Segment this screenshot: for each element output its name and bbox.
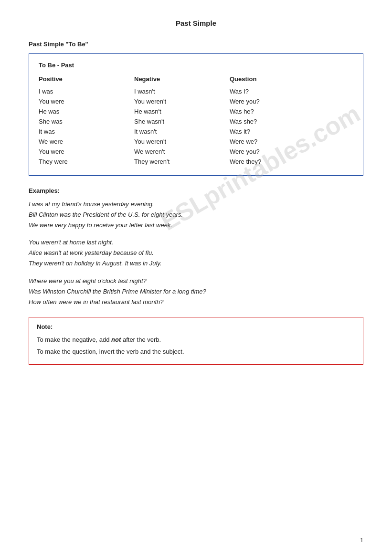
- box-title: To Be - Past: [39, 62, 353, 69]
- row7-question: Were you?: [230, 147, 325, 156]
- example-2-3: They weren't on holiday in August. It wa…: [29, 258, 363, 269]
- col-positive: Positive: [39, 75, 134, 83]
- row6-question: Were we?: [230, 137, 325, 146]
- note-box: Note: To make the negative, add not afte…: [29, 317, 363, 365]
- row5-positive: It was: [39, 127, 134, 136]
- row4-question: Was she?: [230, 117, 325, 126]
- examples-title: Examples:: [29, 187, 363, 194]
- note-line2: To make the question, invert the verb an…: [37, 346, 355, 358]
- row5-negative: It wasn't: [134, 127, 230, 136]
- example-1-3: We were very happy to receive your lette…: [29, 220, 363, 231]
- row3-positive: He was: [39, 107, 134, 116]
- row7-positive: You were: [39, 147, 134, 156]
- note-line1-prefix: To make the negative, add: [37, 336, 111, 343]
- row6-positive: We were: [39, 137, 134, 146]
- row2-negative: You weren't: [134, 97, 230, 105]
- note-title: Note:: [37, 323, 355, 330]
- col-question: Question: [230, 75, 325, 83]
- note-line1-bold: not: [111, 336, 121, 343]
- row7-negative: We weren't: [134, 147, 230, 156]
- row3-question: Was he?: [230, 107, 325, 116]
- row5-question: Was it?: [230, 127, 325, 136]
- row1-question: Was I?: [230, 87, 325, 95]
- page-number: 1: [360, 537, 363, 544]
- to-be-box: To Be - Past Positive Negative Question …: [29, 53, 363, 176]
- row8-question: Were they?: [230, 158, 325, 166]
- section1-title: Past Simple "To Be": [29, 41, 363, 48]
- row2-positive: You were: [39, 97, 134, 105]
- examples-group-2: You weren't at home last night. Alice wa…: [29, 237, 363, 269]
- page: ESLprintables.com Past Simple Past Simpl…: [0, 0, 392, 558]
- page-title: Past Simple: [29, 19, 363, 27]
- example-2-1: You weren't at home last night.: [29, 237, 363, 248]
- col-negative: Negative: [134, 75, 230, 83]
- row6-negative: You weren't: [134, 137, 230, 146]
- columns-header: Positive Negative Question: [39, 75, 353, 83]
- example-3-1: Where were you at eight o'clock last nig…: [29, 276, 363, 286]
- example-3-3: How often were we in that restaurant las…: [29, 297, 363, 307]
- example-1-2: Bill Clinton was the President of the U.…: [29, 210, 363, 220]
- note-line1: To make the negative, add not after the …: [37, 334, 355, 346]
- row1-negative: I wasn't: [134, 87, 230, 95]
- row1-positive: I was: [39, 87, 134, 95]
- examples-group-3: Where were you at eight o'clock last nig…: [29, 276, 363, 307]
- row3-negative: He wasn't: [134, 107, 230, 116]
- examples-group-1: I was at my friend's house yesterday eve…: [29, 199, 363, 231]
- row4-negative: She wasn't: [134, 117, 230, 126]
- note-line1-suffix: after the verb.: [121, 336, 161, 343]
- example-3-2: Was Winston Churchill the British Prime …: [29, 286, 363, 297]
- examples-section: Examples: I was at my friend's house yes…: [29, 187, 363, 307]
- row8-positive: They were: [39, 158, 134, 166]
- row8-negative: They weren't: [134, 158, 230, 166]
- row2-question: Were you?: [230, 97, 325, 105]
- example-1-1: I was at my friend's house yesterday eve…: [29, 199, 363, 210]
- example-2-2: Alice wasn't at work yesterday because o…: [29, 248, 363, 258]
- row4-positive: She was: [39, 117, 134, 126]
- table-rows: I was I wasn't Was I? You were You weren…: [39, 87, 353, 166]
